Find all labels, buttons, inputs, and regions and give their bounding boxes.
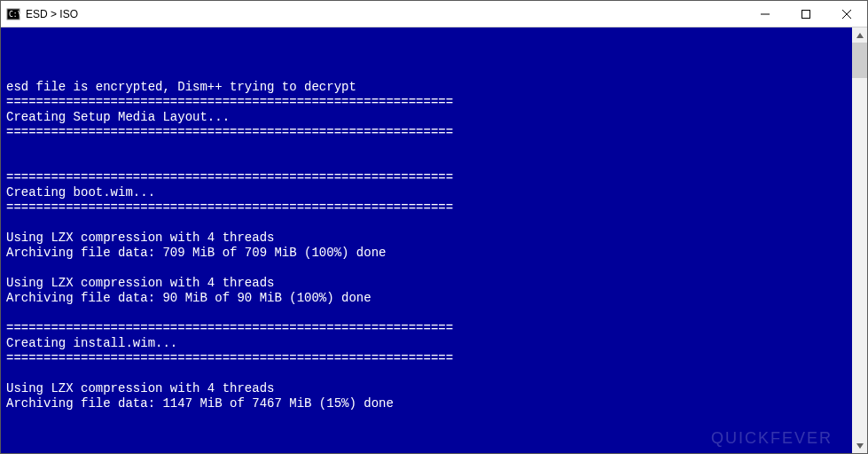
console-line: ========================================… (6, 125, 852, 140)
scrollbar-track[interactable] (852, 43, 867, 438)
console-line (6, 65, 852, 80)
console-line: ========================================… (6, 170, 852, 185)
console-line (6, 215, 852, 231)
svg-rect-3 (802, 10, 810, 18)
console-line: esd file is encrypted, Dism++ trying to … (6, 80, 852, 95)
titlebar[interactable]: C:\ ESD > ISO (1, 1, 867, 27)
console-line: ========================================… (6, 351, 852, 366)
console-line (6, 140, 852, 155)
scrollbar-thumb[interactable] (852, 43, 867, 78)
console-line (6, 306, 852, 321)
window-controls (745, 1, 867, 27)
console-line: ========================================… (6, 95, 852, 110)
console-line (6, 155, 852, 170)
cmd-icon: C:\ (6, 7, 20, 21)
console-line: Using LZX compression with 4 threads (6, 381, 852, 396)
console-line (6, 261, 852, 276)
console-line: ========================================… (6, 200, 852, 215)
scroll-down-button[interactable] (852, 438, 867, 453)
console-line: Archiving file data: 90 MiB of 90 MiB (1… (6, 291, 852, 306)
scroll-up-button[interactable] (852, 27, 867, 43)
svg-marker-7 (856, 443, 864, 449)
vertical-scrollbar[interactable] (852, 27, 867, 453)
svg-marker-6 (856, 33, 864, 38)
console-line: Creating Setup Media Layout... (6, 110, 852, 125)
console-line: Using LZX compression with 4 threads (6, 231, 852, 246)
console-line: Creating boot.wim... (6, 185, 852, 200)
console-line: Archiving file data: 709 MiB of 709 MiB … (6, 246, 852, 261)
console-window: C:\ ESD > ISO esd file is encrypted, Dis… (0, 0, 868, 454)
window-title: ESD > ISO (26, 8, 745, 20)
watermark: QUICKFEVER (711, 431, 833, 446)
maximize-button[interactable] (786, 1, 826, 27)
console-line: Archiving file data: 1147 MiB of 7467 Mi… (6, 396, 852, 411)
close-button[interactable] (826, 1, 867, 27)
console-line (6, 366, 852, 381)
console-line: Using LZX compression with 4 threads (6, 276, 852, 291)
client-area: esd file is encrypted, Dism++ trying to … (1, 27, 867, 453)
console-line: ========================================… (6, 321, 852, 336)
minimize-button[interactable] (745, 1, 786, 27)
console-output: esd file is encrypted, Dism++ trying to … (1, 27, 852, 453)
svg-text:C:\: C:\ (9, 11, 20, 19)
console-line: Creating install.wim... (6, 336, 852, 351)
